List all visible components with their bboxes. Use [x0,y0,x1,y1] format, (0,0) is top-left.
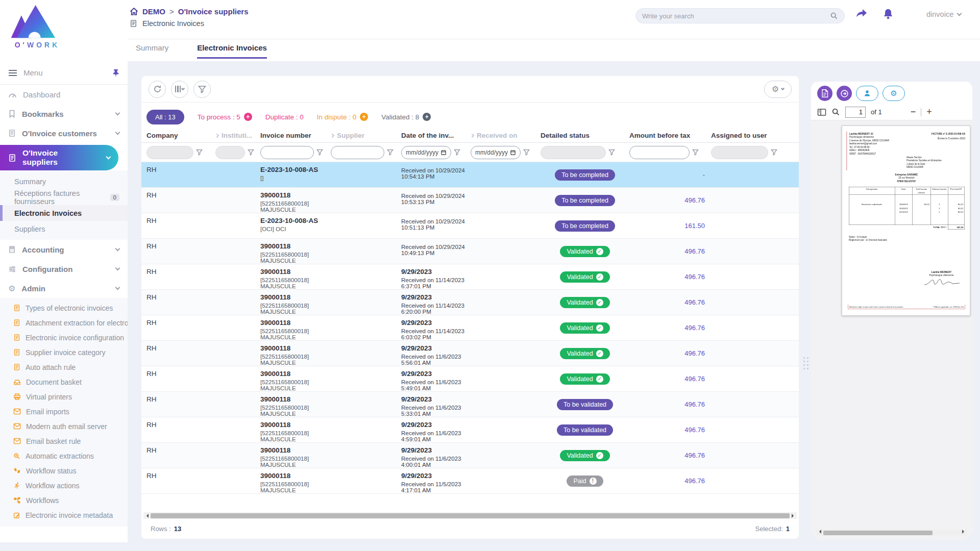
admin-submenu-item[interactable]: Virtual printers [0,389,128,404]
table-row[interactable]: RH 39000118 [52251165800018] MAJUSCULE 9… [141,315,799,341]
scrollbar-thumb[interactable] [151,513,790,518]
preview-settings-button[interactable]: ⚙ [883,86,905,101]
admin-submenu-item[interactable]: Automatic extractions [0,448,128,463]
sidebar-item-configuration[interactable]: Configuration [0,259,128,279]
page-number-input[interactable] [845,107,866,118]
plus-circle-icon[interactable] [360,113,368,121]
supplier-filter-input[interactable] [331,146,384,159]
amount-link[interactable]: 496.76 [684,273,705,281]
sidebar-item-admin[interactable]: ⚙ Admin [0,279,128,298]
amount-link[interactable]: 496.76 [684,298,705,306]
filter-in-dispute[interactable]: In dispute : 0 [317,113,368,121]
submenu-item-summary[interactable]: Summary [0,173,128,189]
share-icon[interactable] [855,8,868,19]
column-invoice-number[interactable]: Invoice number [260,132,331,139]
zoom-out-button[interactable]: − [911,107,916,117]
table-row[interactable]: RH 39000118 [52251165800018] MAJUSCULE 9… [141,290,799,315]
table-row[interactable]: RH 39000118 [52251165800018] MAJUSCULE 9… [141,417,799,443]
admin-submenu-item[interactable]: Workflow status [0,463,128,478]
admin-submenu-item[interactable]: Electronic invoice configuration [0,330,128,345]
assign-user-button[interactable] [856,86,878,101]
invoice-number[interactable]: 39000118 [260,293,331,301]
pdf-horizontal-scrollbar[interactable] [816,530,967,536]
sidebar-item-dashboard[interactable]: Dashboard [0,85,128,104]
funnel-icon[interactable] [248,149,254,156]
user-menu[interactable]: dinvoice [926,10,961,18]
amount-link[interactable]: 496.76 [684,400,705,408]
invoice-number[interactable]: E-2023-10-008-AS [260,217,331,224]
admin-submenu-item[interactable]: Workflows [0,493,128,508]
breadcrumb-home[interactable]: DEMO [142,7,165,16]
amount-link[interactable]: 496.76 [684,375,705,383]
submenu-item-suppliers[interactable]: Suppliers [0,221,128,237]
notifications-bell-icon[interactable] [883,8,894,20]
amount-link[interactable]: 496.76 [684,452,705,459]
column-date[interactable]: Date of the inv... [401,132,471,139]
scroll-right-icon[interactable] [792,514,796,518]
horizontal-scrollbar[interactable] [143,512,797,519]
refresh-button[interactable] [149,81,166,98]
table-row[interactable]: RH 39000118 [52251165800018] MAJUSCULE 9… [141,443,799,468]
filter-to-process[interactable]: To process : 5 [198,113,252,121]
zoom-in-button[interactable]: + [926,107,932,117]
plus-circle-icon[interactable] [423,113,431,121]
hamburger-icon[interactable] [8,69,17,77]
funnel-icon[interactable] [523,149,530,156]
open-invoice-button[interactable] [837,86,852,101]
scroll-left-icon[interactable] [817,530,821,534]
funnel-icon[interactable] [454,149,460,156]
amount-link[interactable]: 496.76 [684,426,705,434]
invoice-number[interactable]: 39000118 [260,242,331,250]
expand-column-icon[interactable] [470,133,474,137]
search-icon[interactable] [830,12,838,20]
scroll-right-icon[interactable] [962,530,966,534]
sidebar-item-accounting[interactable]: Accounting [0,240,128,259]
filter-validated[interactable]: Validated : 8 [381,113,431,121]
table-row[interactable]: RH 39000118 [52251165800018] MAJUSCULE R… [141,239,799,264]
column-assigned-to-user[interactable]: Assigned to user [711,132,792,139]
plus-circle-icon[interactable] [244,113,252,121]
tab-summary[interactable]: Summary [136,43,168,59]
amount-link[interactable]: 496.76 [684,196,705,204]
invoice-number[interactable]: 39000118 [260,370,331,378]
funnel-icon[interactable] [387,149,394,156]
table-row[interactable]: RH E-2023-10-008-AS [] Received on 10/29… [141,162,799,188]
column-supplier[interactable]: Supplier [331,132,401,139]
funnel-icon[interactable] [608,149,615,156]
table-row[interactable]: RH E-2023-10-008-AS [OCI] OCI Received o… [141,213,799,239]
admin-submenu-item[interactable]: Supplier invoice category [0,345,128,360]
submenu-item-electronic-invoices[interactable]: Electronic Invoices [0,205,128,221]
column-received-on[interactable]: Received on [471,132,541,139]
amount-filter-input[interactable] [629,146,690,159]
received-on-filter-input[interactable]: mm/dd/yyyy [471,146,521,159]
admin-submenu-item[interactable]: Auto attach rule [0,360,128,374]
table-settings-button[interactable]: ⚙ [764,81,792,98]
column-institution[interactable]: Instituti... [215,132,260,139]
tab-electronic-invoices[interactable]: Electronic Invoices [197,43,267,59]
scroll-left-icon[interactable] [144,514,149,518]
filter-button[interactable] [193,81,211,98]
home-icon[interactable] [130,7,138,16]
table-row[interactable]: RH 39000118 [52251165800018] MAJUSCULE 9… [141,468,799,494]
invoice-number[interactable]: 39000118 [260,421,331,429]
amount-link[interactable]: 496.76 [684,477,705,485]
column-amount-before-tax[interactable]: Amount before tax [629,132,711,139]
expand-column-icon[interactable] [215,133,219,137]
table-row[interactable]: RH 39000118 [52251165800018] MAJUSCULE 9… [141,392,799,417]
funnel-icon[interactable] [771,149,777,156]
amount-link[interactable]: 496.76 [684,324,705,332]
sidebar-item-oinvoice-customers[interactable]: O'Invoice customers [0,123,128,143]
invoice-number[interactable]: 39000118 [260,446,331,454]
table-row[interactable]: RH 39000118 [52251165800018] MAJUSCULE 9… [141,264,799,290]
column-company[interactable]: Company [146,132,215,139]
invoice-number-filter-input[interactable] [260,146,314,159]
amount-link[interactable]: 496.76 [684,247,705,255]
invoice-number[interactable]: 39000118 [260,191,331,199]
global-search[interactable] [635,8,845,23]
funnel-icon[interactable] [692,149,699,156]
invoice-number[interactable]: E-2023-10-008-AS [260,166,331,173]
pdf-search-icon[interactable] [831,108,840,116]
scrollbar-thumb[interactable] [823,531,933,535]
invoice-number[interactable]: 39000118 [260,395,331,403]
submenu-item-receptions[interactable]: Réceptions factures fournisseurs 0 [0,189,128,205]
